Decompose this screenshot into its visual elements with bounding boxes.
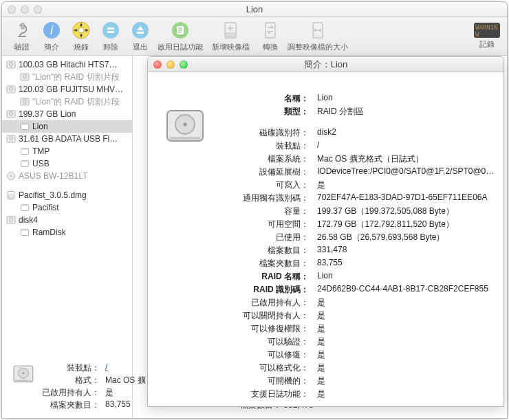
sidebar-item[interactable]: TMP — [2, 145, 132, 157]
info-button[interactable]: i 簡介 — [37, 20, 66, 52]
sidebar-item-label: RamDisk — [32, 228, 66, 237]
info-key: 檔案數目： — [229, 245, 309, 256]
log-button[interactable]: WARNINW 7:B61 記錄 — [473, 20, 501, 49]
optical-icon — [6, 171, 16, 181]
toolbar: 驗證 i 簡介 燒錄 卸除 退出 — [2, 17, 507, 56]
sidebar-item[interactable]: ASUS BW-12B1LT — [2, 170, 132, 182]
info-key: 檔案夾數目： — [229, 258, 309, 269]
svg-point-16 — [78, 27, 84, 33]
sidebar-item-label: 199.37 GB Lion — [19, 109, 76, 119]
info-value: disk2 — [317, 127, 495, 139]
info-key: 可開機的： — [229, 375, 309, 387]
minimize-button[interactable] — [21, 5, 29, 14]
zoom-button[interactable] — [34, 5, 42, 14]
disk-icon — [6, 85, 16, 94]
sidebar-item-label: 31.61 GB ADATA USB Fl… — [19, 134, 118, 144]
svg-rect-26 — [266, 23, 275, 38]
info-window-title: 簡介：Lion — [148, 58, 503, 71]
minimize-button[interactable] — [166, 60, 175, 69]
new-image-button[interactable]: 新增映像檔 — [206, 20, 255, 52]
sidebar-item[interactable]: 120.03 GB FUJITSU MHV… — [2, 83, 132, 96]
disk-icon — [6, 109, 16, 119]
info-value: Mac OS 擴充格式（日誌式） — [317, 153, 495, 165]
unmount-icon — [100, 20, 121, 41]
info-value: / — [317, 140, 495, 152]
info-value[interactable]: 702EF47A-E183-3DAD-97D1-65EF711EE06A — [317, 192, 495, 204]
sidebar-item-label: Lion — [32, 122, 48, 131]
disk-icon — [6, 60, 16, 69]
sidebar-item[interactable]: USB — [2, 157, 132, 170]
svg-rect-25 — [226, 33, 235, 36]
hard-disk-icon — [163, 104, 207, 148]
convert-button[interactable]: 轉換 — [256, 20, 285, 52]
info-value: 24D662B9-CC44-4AB1-8B17-CB28F2CEF855 — [317, 284, 495, 296]
resize-icon — [307, 20, 328, 41]
info-key: 已使用： — [229, 232, 309, 243]
info-value: 172.79 GB（172,792,811,520 Byte） — [317, 219, 495, 230]
info-key: 裝載點： — [229, 140, 309, 152]
info-titlebar[interactable]: 簡介：Lion — [148, 57, 503, 72]
sidebar-item-label: ASUS BW-12B1LT — [19, 171, 87, 181]
info-value: 是 — [317, 375, 495, 387]
close-button[interactable] — [8, 5, 16, 14]
sidebar-item[interactable]: 100.03 GB Hitachi HTS7… — [2, 58, 132, 71]
sidebar-item-label: 120.03 GB FUJITSU MHV… — [19, 85, 123, 94]
zoom-button[interactable] — [180, 60, 188, 69]
sidebar-item[interactable]: disk4 — [2, 214, 132, 226]
info-value: 是 — [317, 362, 495, 374]
journal-icon — [170, 20, 191, 41]
sidebar-item[interactable]: "Lion"的 RAID 切割片段 — [2, 71, 132, 83]
info-icon: i — [41, 20, 62, 41]
window-controls — [8, 5, 42, 14]
info-key: 通用獨有識別碼： — [229, 192, 309, 204]
sidebar-item[interactable]: 199.37 GB Lion — [2, 108, 132, 120]
info-value: 83,755 — [317, 258, 495, 269]
new-image-icon — [220, 20, 241, 41]
vol-icon — [20, 203, 30, 212]
sidebar-item[interactable]: RamDisk — [2, 226, 132, 239]
info-key: 支援日誌功能： — [229, 388, 309, 400]
hard-disk-icon — [12, 362, 35, 386]
eject-button[interactable]: 退出 — [126, 20, 155, 52]
info-key: 可以修復： — [229, 349, 309, 361]
info-key: 可以關閉持有人： — [229, 310, 309, 322]
mount-point-link[interactable]: / — [105, 362, 107, 372]
info-key: 可以格式化： — [229, 362, 309, 374]
main-titlebar[interactable]: Lion — [2, 2, 507, 17]
footer-info: 裝載點：/ 格式：Mac OS 擴 已啟用持有人：是 檔案夾數目：83,755 — [12, 362, 146, 411]
info-key: 可寫入： — [229, 179, 309, 191]
sidebar-item[interactable]: "Lion"的 RAID 切割片段 — [2, 96, 132, 108]
disk-icon — [6, 215, 16, 225]
log-icon: WARNINW 7:B61 — [474, 23, 500, 38]
info-key: 磁碟識別符： — [229, 127, 309, 139]
vol-icon — [20, 146, 30, 156]
info-value: Lion — [317, 271, 495, 283]
window-controls — [153, 60, 188, 69]
info-key: 設備延展樹： — [229, 166, 309, 178]
info-value: 是 — [317, 388, 495, 400]
sidebar-item-label: TMP — [32, 146, 50, 156]
sidebar-item[interactable]: Pacifist_3.0.5.dmg — [2, 189, 132, 201]
svg-rect-12 — [21, 23, 24, 29]
info-value: 是 — [317, 323, 495, 335]
info-key: 可以驗證： — [229, 336, 309, 348]
info-key: 可以修復權限： — [229, 323, 309, 335]
unmount-button[interactable]: 卸除 — [96, 20, 125, 52]
verify-button[interactable]: 驗證 — [8, 20, 36, 52]
sidebar-item-label: USB — [32, 159, 50, 168]
burn-icon — [71, 20, 91, 41]
window-title: Lion — [2, 4, 507, 14]
info-value: 是 — [317, 297, 495, 309]
vol-icon — [20, 159, 30, 168]
sidebar-item-label: "Lion"的 RAID 切割片段 — [32, 96, 120, 108]
sidebar-item-label: disk4 — [19, 215, 38, 225]
resize-image-button[interactable]: 調整映像檔的大小 — [285, 20, 350, 52]
enable-journaling-button[interactable]: 啟用日誌功能 — [155, 20, 205, 52]
close-button[interactable] — [153, 60, 162, 69]
svg-rect-19 — [107, 31, 114, 33]
sidebar-item[interactable]: 31.61 GB ADATA USB Fl… — [2, 133, 132, 145]
sidebar-item[interactable]: Lion — [2, 120, 132, 133]
info-value: 331,478 — [317, 245, 495, 256]
sidebar-item[interactable]: Pacifist — [2, 201, 132, 214]
burn-button[interactable]: 燒錄 — [67, 20, 96, 52]
